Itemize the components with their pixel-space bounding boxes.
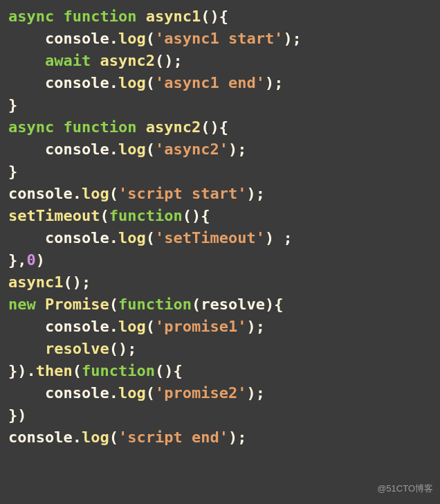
code-token: (: [146, 30, 155, 47]
code-token: log: [118, 318, 146, 335]
code-token: log: [82, 429, 109, 446]
code-token: [36, 296, 45, 313]
code-line: }: [8, 94, 432, 116]
code-token: .: [109, 30, 118, 47]
code-token: ();: [155, 52, 183, 69]
code-token: [54, 118, 63, 136]
code-line: }: [8, 161, 432, 183]
code-token: .: [109, 318, 118, 335]
code-token: );: [246, 318, 265, 335]
code-token: console: [45, 30, 109, 47]
code-token: }): [8, 406, 27, 424]
code-token: (: [146, 141, 155, 158]
code-token: log: [118, 384, 146, 402]
code-token: (: [146, 229, 155, 246]
code-token: );: [246, 384, 265, 402]
code-token: 'setTimeout': [155, 229, 265, 246]
code-line: console.log('promise2');: [8, 382, 432, 404]
code-line: }).then(function(){: [8, 360, 432, 382]
code-token: ): [36, 251, 45, 269]
code-token: .: [109, 384, 118, 402]
code-token: ) ;: [265, 229, 293, 246]
code-token: resolve: [201, 296, 265, 313]
code-token: async: [8, 118, 54, 136]
code-token: async1: [8, 273, 63, 291]
code-line: console.log('setTimeout') ;: [8, 227, 432, 249]
code-token: await: [45, 52, 91, 69]
code-token: function: [63, 118, 136, 136]
code-token: then: [36, 362, 73, 379]
code-token: function: [63, 8, 136, 25]
code-token: console: [8, 185, 73, 202]
code-line: console.log('async1 start');: [8, 28, 432, 50]
code-token: (){: [155, 362, 183, 379]
code-token: (){: [201, 8, 228, 25]
code-token: 'promise2': [155, 384, 246, 402]
code-token: console: [8, 429, 73, 446]
code-token: (: [100, 207, 109, 224]
code-line: }): [8, 404, 432, 426]
code-token: .: [73, 429, 82, 446]
code-token: log: [118, 141, 146, 158]
code-token: async2: [100, 52, 154, 69]
code-token: (: [109, 296, 118, 313]
code-token: log: [82, 185, 109, 202]
code-token: function: [118, 296, 192, 313]
code-token: log: [118, 30, 146, 47]
code-token: }: [8, 163, 17, 180]
code-line: console.log('script end');: [8, 426, 432, 449]
code-line: console.log('script start');: [8, 183, 432, 205]
code-token: [136, 118, 145, 136]
code-token: async2: [146, 118, 201, 136]
code-token: );: [228, 141, 247, 158]
code-token: },: [8, 251, 27, 269]
code-token: console: [45, 74, 109, 91]
code-token: (: [109, 185, 118, 202]
code-line: async function async2(){: [8, 116, 432, 138]
code-token: (: [192, 296, 201, 313]
code-token: 'async1 start': [155, 30, 283, 47]
code-token: [91, 52, 100, 69]
code-token: 0: [27, 251, 36, 269]
code-token: 'async1 end': [155, 74, 265, 91]
code-token: (: [73, 362, 82, 379]
code-token: log: [118, 229, 146, 246]
code-token: (: [146, 74, 155, 91]
code-token: console: [45, 141, 109, 158]
code-token: console: [45, 384, 109, 402]
code-token: (: [146, 384, 155, 402]
code-line: resolve();: [8, 338, 432, 360]
watermark: @51CTO博客: [377, 478, 433, 500]
code-token: Promise: [45, 296, 109, 313]
code-token: .: [109, 74, 118, 91]
code-token: (: [109, 429, 118, 446]
code-token: ();: [109, 340, 137, 357]
code-token: async: [8, 8, 54, 25]
code-token: [136, 8, 145, 25]
code-token: );: [228, 429, 247, 446]
code-line: console.log('promise1');: [8, 316, 432, 338]
code-token: ();: [63, 273, 91, 291]
code-token: 'script start': [118, 185, 246, 202]
code-token: );: [283, 30, 302, 47]
code-token: );: [265, 74, 284, 91]
code-token: ){: [265, 296, 284, 313]
code-token: 'promise1': [155, 318, 246, 335]
code-token: console: [45, 229, 109, 246]
code-token: function: [82, 362, 155, 379]
code-line: async1();: [8, 271, 432, 294]
code-line: new Promise(function(resolve){: [8, 294, 432, 316]
code-token: async1: [146, 8, 201, 25]
code-token: (: [146, 318, 155, 335]
code-token: (){: [183, 207, 210, 224]
code-line: setTimeout(function(){: [8, 205, 432, 227]
code-token: 'async2': [155, 141, 228, 158]
code-token: new: [8, 296, 36, 313]
code-token: );: [246, 185, 265, 202]
code-token: .: [109, 229, 118, 246]
code-line: async function async1(){: [8, 6, 432, 28]
code-line: await async2();: [8, 50, 432, 72]
code-token: [54, 8, 63, 25]
code-token: resolve: [45, 340, 109, 357]
code-token: console: [45, 318, 109, 335]
